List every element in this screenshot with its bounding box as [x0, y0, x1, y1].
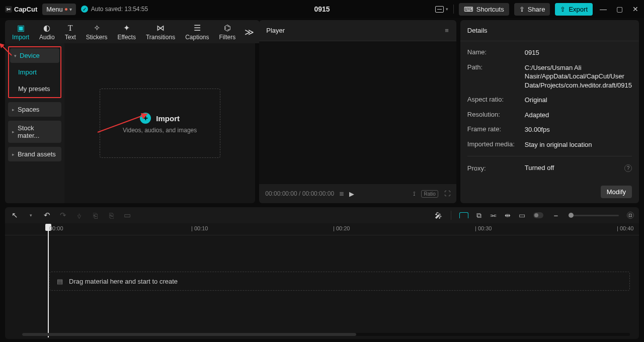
layout-icon[interactable]: [435, 6, 444, 13]
app-logo: ✂ CapCut: [5, 6, 37, 13]
menu-button[interactable]: Menu ▾: [42, 4, 76, 15]
detail-label-imported: Imported media:: [467, 140, 518, 149]
chevron-down-icon[interactable]: ▾: [446, 7, 448, 12]
sidebar-item-stock[interactable]: Stock mater...: [8, 121, 61, 143]
player-menu-icon[interactable]: ≡: [445, 27, 449, 34]
sidebar-item-device[interactable]: Device: [10, 48, 59, 63]
detail-label-path: Path:: [467, 63, 518, 90]
volume-icon[interactable]: ≣: [339, 190, 344, 197]
captions-icon: ☰: [194, 24, 201, 33]
tab-effects[interactable]: ✦ Effects: [112, 23, 140, 42]
detail-value-resolution: Adapted: [525, 111, 632, 120]
tab-stickers[interactable]: ✧ Stickers: [81, 23, 113, 42]
play-button[interactable]: ▶: [349, 190, 354, 198]
tabs-more-button[interactable]: ≫: [240, 27, 258, 38]
player-viewport[interactable]: [259, 41, 456, 184]
trim-right-icon[interactable]: ⎘: [107, 211, 116, 220]
timeline[interactable]: 00:00 | 00:10 | 00:20 | 00:30 | 00:40 ▤ …: [5, 223, 639, 339]
export-button[interactable]: ⇧ Export: [555, 3, 593, 16]
player-controls: 00:00:00:00 / 00:00:00:00 ≣ ▶ ⟟ Ratio ⛶: [259, 184, 456, 203]
zoom-out-icon[interactable]: −: [551, 211, 560, 220]
sidebar-item-import[interactable]: Import: [10, 65, 59, 79]
timeline-drop-hint[interactable]: ▤ Drag material here and start to create: [49, 272, 630, 291]
ruler-label: | 00:20: [333, 225, 350, 231]
split-icon[interactable]: ⎀: [74, 211, 84, 220]
player-panel: Player ≡ 00:00:00:00 / 00:00:00:00 ≣ ▶ ⟟…: [259, 20, 456, 203]
details-panel: Details Name:0915 Path:C:/Users/Usman Al…: [460, 20, 639, 203]
mic-icon[interactable]: 🎤︎: [434, 211, 443, 220]
app-name: CapCut: [14, 6, 37, 13]
menu-dot-icon: [65, 8, 67, 11]
zoom-slider[interactable]: [569, 215, 619, 216]
effects-icon: ✦: [123, 24, 130, 33]
annotation-highlight: Device Import My presets: [8, 46, 61, 98]
zoom-fit-icon[interactable]: ⊡: [627, 212, 634, 219]
tab-transitions[interactable]: ⋈ Transitions: [141, 23, 180, 42]
tab-captions[interactable]: ☰ Captions: [180, 23, 214, 42]
cursor-tool-icon[interactable]: ↖: [10, 211, 19, 220]
redo-icon[interactable]: ↷: [58, 211, 67, 220]
detail-label-proxy: Proxy:: [467, 164, 518, 172]
detail-value-proxy: Turned off: [525, 163, 554, 173]
tab-audio[interactable]: ◐ Audio: [34, 23, 60, 42]
trim-left-icon[interactable]: ⎗: [91, 211, 100, 220]
toggle-switch[interactable]: [533, 212, 543, 218]
chevron-down-icon: ▾: [69, 7, 72, 12]
undo-icon[interactable]: ↶: [42, 211, 51, 220]
import-title: Import: [156, 114, 180, 123]
tab-import[interactable]: ▣ Import: [7, 23, 34, 42]
link-icon[interactable]: ⧉: [476, 211, 481, 220]
help-icon[interactable]: ?: [624, 164, 632, 172]
sidebar-item-brand[interactable]: Brand assets: [8, 147, 61, 161]
detail-value-framerate: 30.00fps: [525, 125, 632, 134]
ruler-label: 00:00: [49, 225, 63, 231]
shortcuts-button[interactable]: ⌨ Shortcuts: [459, 3, 509, 16]
chevron-down-icon[interactable]: ▾: [26, 213, 35, 218]
share-button[interactable]: ⇪ Share: [514, 3, 550, 16]
media-main: + Import Videos, audios, and images: [64, 43, 255, 203]
sidebar-item-spaces[interactable]: Spaces: [8, 102, 61, 117]
maximize-icon[interactable]: ▢: [614, 5, 625, 13]
magnet-icon[interactable]: [459, 212, 468, 218]
detail-label-aspect: Aspect ratio:: [467, 96, 518, 105]
share-icon: ⇪: [519, 6, 525, 13]
preview-icon[interactable]: ▭: [519, 211, 525, 219]
detail-value-path: C:/Users/Usman Ali Nasir/AppData/Local/C…: [525, 63, 632, 90]
detail-label-resolution: Resolution:: [467, 111, 518, 120]
plus-icon: +: [140, 113, 151, 124]
chain-icon[interactable]: ⫘: [490, 211, 497, 219]
modify-button[interactable]: Modify: [601, 186, 632, 198]
timeline-ruler[interactable]: 00:00 | 00:10 | 00:20 | 00:30 | 00:40: [5, 223, 639, 235]
media-panel: Device Import My presets Spaces Stock ma…: [5, 43, 255, 203]
tab-filters[interactable]: ⌬ Filters: [214, 23, 241, 42]
project-title: 0915: [314, 5, 330, 13]
detail-value-name: 0915: [525, 48, 632, 57]
import-icon: ▣: [17, 24, 25, 33]
media-icon: ▤: [57, 278, 63, 285]
tab-text[interactable]: T Text: [60, 23, 81, 42]
detail-label-framerate: Frame rate:: [467, 125, 518, 134]
import-dropzone[interactable]: + Import Videos, audios, and images: [100, 89, 220, 158]
export-icon: ⇧: [560, 6, 566, 13]
sidebar-item-my-presets[interactable]: My presets: [10, 81, 59, 96]
timeline-toolbar: ↖ ▾ ↶ ↷ ⎀ ⎗ ⎘ ▭ 🎤︎ ⧉ ⫘ ⇹ ▭ − ⊡: [5, 207, 639, 223]
ratio-badge[interactable]: Ratio: [421, 190, 438, 198]
close-icon[interactable]: ✕: [630, 5, 641, 13]
ruler-label: | 00:40: [617, 225, 633, 231]
logo-icon: ✂: [5, 6, 12, 13]
stickers-icon: ✧: [94, 24, 100, 33]
player-header: Player ≡: [259, 20, 456, 41]
detail-value-imported: Stay in original location: [525, 140, 632, 149]
scan-icon[interactable]: ⟟: [413, 190, 415, 197]
media-sidebar: Device Import My presets Spaces Stock ma…: [5, 43, 64, 203]
svg-marker-1: [0, 43, 5, 48]
text-icon: T: [68, 24, 73, 33]
minimize-icon[interactable]: —: [598, 5, 609, 13]
fullscreen-icon[interactable]: ⛶: [444, 190, 450, 197]
delete-icon[interactable]: ▭: [123, 211, 132, 220]
details-header: Details: [460, 20, 639, 41]
filters-icon: ⌬: [224, 24, 231, 33]
align-icon[interactable]: ⇹: [505, 211, 511, 219]
check-icon: ✓: [81, 6, 88, 13]
timeline-scrollbar[interactable]: [22, 333, 630, 336]
